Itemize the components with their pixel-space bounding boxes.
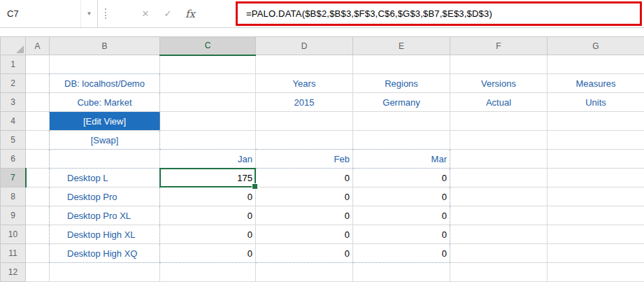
cell-A5[interactable] [26,131,50,150]
cell-D12[interactable] [256,263,353,282]
cell-F4[interactable] [450,112,548,131]
row-header-11[interactable]: 11 [1,244,26,263]
cell-C12[interactable] [160,263,256,282]
cell-D6[interactable]: Feb [256,150,353,169]
cell-F10[interactable] [450,225,548,244]
cell-E10[interactable]: 0 [353,225,450,244]
formula-bar-splitter[interactable] [98,0,113,28]
cell-G6[interactable] [548,150,644,169]
cell-A8[interactable] [26,187,50,206]
cell-G9[interactable] [548,206,644,225]
cell-B11[interactable]: Desktop High XQ [50,244,160,263]
cell-B12[interactable] [50,263,160,282]
cell-G11[interactable] [548,244,644,263]
cell-G10[interactable] [548,225,644,244]
cell-E1[interactable] [353,55,450,74]
cell-C6[interactable]: Jan [160,150,256,169]
cell-G8[interactable] [548,187,644,206]
cell-B7[interactable]: Desktop L [50,169,160,187]
cell-E6[interactable]: Mar [353,150,450,169]
row-header-12[interactable]: 12 [1,263,26,282]
cell-B6[interactable] [50,150,160,169]
column-header-f[interactable]: F [450,37,548,55]
cell-C4[interactable] [160,112,256,131]
cell-E5[interactable] [353,131,450,150]
cell-B9[interactable]: Desktop Pro XL [50,206,160,225]
cell-D9[interactable]: 0 [256,206,353,225]
column-header-a[interactable]: A [26,37,50,55]
cell-E3[interactable]: Germany [353,93,450,112]
row-header-4[interactable]: 4 [1,112,26,131]
cell-C2[interactable] [160,74,256,93]
cell-D8[interactable]: 0 [256,187,353,206]
cell-A4[interactable] [26,112,50,131]
cell-C1[interactable] [160,55,256,74]
row-header-5[interactable]: 5 [1,131,26,150]
cell-B1[interactable] [50,55,160,74]
column-header-e[interactable]: E [353,37,450,55]
cell-A1[interactable] [26,55,50,74]
name-box[interactable]: C7 ▼ [0,0,98,28]
cell-F5[interactable] [450,131,548,150]
cell-G2[interactable]: Measures [548,74,644,93]
cell-G4[interactable] [548,112,644,131]
column-header-b[interactable]: B [50,37,160,55]
cell-C7-selected[interactable]: 175 [160,169,256,187]
row-header-7[interactable]: 7 [1,169,26,187]
cell-D1[interactable] [256,55,353,74]
formula-input[interactable]: =PALO.DATA($B$2,$B$3,$F$3,C$6,$G$3,$B7,$… [201,0,644,28]
cell-D2[interactable]: Years [256,74,353,93]
cell-F2[interactable]: Versions [450,74,548,93]
name-box-dropdown-icon[interactable]: ▼ [80,0,97,27]
cell-A9[interactable] [26,206,50,225]
cell-B8[interactable]: Desktop Pro [50,187,160,206]
cell-D11[interactable]: 0 [256,244,353,263]
column-header-g[interactable]: G [548,37,644,55]
cell-A10[interactable] [26,225,50,244]
row-header-9[interactable]: 9 [1,206,26,225]
cell-C10[interactable]: 0 [160,225,256,244]
cell-E4[interactable] [353,112,450,131]
cell-D7[interactable]: 0 [256,169,353,187]
cell-F9[interactable] [450,206,548,225]
edit-view-button[interactable]: [Edit View] [50,112,160,131]
cell-E8[interactable]: 0 [353,187,450,206]
cell-C9[interactable]: 0 [160,206,256,225]
cell-C5[interactable] [160,131,256,150]
row-header-10[interactable]: 10 [1,225,26,244]
insert-function-icon[interactable]: fx [179,8,201,20]
row-header-3[interactable]: 3 [1,93,26,112]
cell-F7[interactable] [450,169,548,187]
column-header-c[interactable]: C [160,37,256,55]
cell-A6[interactable] [26,150,50,169]
cell-F3[interactable]: Actual [450,93,548,112]
cell-F8[interactable] [450,187,548,206]
cell-A11[interactable] [26,244,50,263]
cell-A2[interactable] [26,74,50,93]
cell-G5[interactable] [548,131,644,150]
select-all-button[interactable] [1,37,26,55]
cell-E11[interactable]: 0 [353,244,450,263]
cell-G7[interactable] [548,169,644,187]
cell-B2[interactable]: DB: localhost/Demo [50,74,160,93]
cell-E12[interactable] [353,263,450,282]
cell-F11[interactable] [450,244,548,263]
cell-B3[interactable]: Cube: Market [50,93,160,112]
column-header-d[interactable]: D [256,37,353,55]
swap-button[interactable]: [Swap] [50,131,160,150]
cell-F1[interactable] [450,55,548,74]
cell-A12[interactable] [26,263,50,282]
cell-E9[interactable]: 0 [353,206,450,225]
cell-E7[interactable]: 0 [353,169,450,187]
cell-A7[interactable] [26,169,50,187]
cell-B10[interactable]: Desktop High XL [50,225,160,244]
row-header-2[interactable]: 2 [1,74,26,93]
cell-F12[interactable] [450,263,548,282]
cell-D5[interactable] [256,131,353,150]
cell-C8[interactable]: 0 [160,187,256,206]
cell-D4[interactable] [256,112,353,131]
row-header-1[interactable]: 1 [1,55,26,74]
cell-A3[interactable] [26,93,50,112]
cell-F6[interactable] [450,150,548,169]
cell-C11[interactable]: 0 [160,244,256,263]
